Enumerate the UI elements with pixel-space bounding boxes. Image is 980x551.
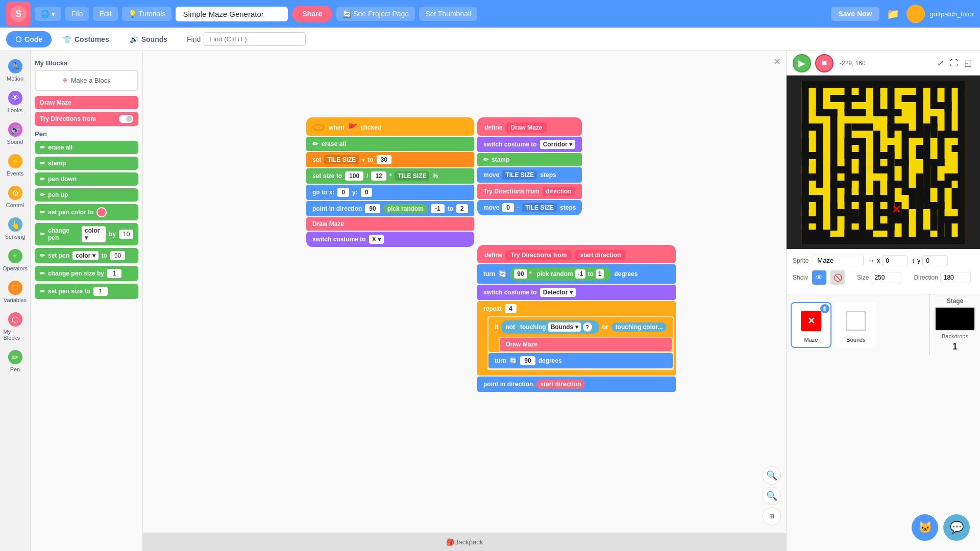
tab-sounds[interactable]: 🔊 Sounds [120, 31, 177, 47]
tutorials-button[interactable]: 💡 Tutorials [122, 7, 172, 21]
set-tile-size-block[interactable]: set TILE SIZE ▾ to 30 [306, 152, 474, 167]
costume-dropdown-x[interactable]: X ▾ [369, 235, 384, 244]
tab-code[interactable]: ⬡ Code [6, 31, 52, 47]
toggle-switch[interactable] [119, 115, 133, 123]
turn-90-value[interactable]: 90 [520, 356, 535, 365]
set-pen-color-block[interactable]: ✏ set pen color to [35, 204, 138, 220]
switch-costume-corridor-block[interactable]: switch costume to Corridor ▾ [477, 137, 582, 152]
set-pen-color-dropdown[interactable]: color ▾ [72, 251, 99, 260]
show-eye-button[interactable]: 👁 [812, 270, 826, 285]
corridor-dropdown[interactable]: Corridor ▾ [540, 140, 575, 149]
detector-dropdown[interactable]: Detector ▾ [540, 288, 576, 297]
make-a-block-button[interactable]: + Make a Block [35, 70, 138, 91]
sidebar-item-variables[interactable]: □ Variables [2, 277, 29, 307]
direction-input[interactable] [940, 272, 971, 283]
draw-maze-call-block[interactable]: Draw Maze [306, 217, 474, 231]
stop-button[interactable]: ■ [815, 54, 834, 72]
size-val-12[interactable]: 12 [371, 171, 386, 181]
green-flag-button[interactable]: ▶ [793, 54, 811, 72]
size-input[interactable] [871, 272, 901, 283]
move-tile-size-block[interactable]: move TILE SIZE steps [477, 167, 582, 183]
file-menu-button[interactable]: File [65, 7, 89, 21]
switch-costume-detector-block[interactable]: switch costume to Detector ▾ [477, 285, 676, 300]
go-x-value[interactable]: 0 [337, 188, 349, 197]
sidebar-item-sensing[interactable]: 👆 Sensing [2, 213, 29, 244]
change-pen-size-value[interactable]: 1 [107, 269, 121, 278]
sprite-thumb-maze[interactable]: 🗑 ✕ Maze [791, 302, 831, 348]
point-in-direction-block[interactable]: point in direction 90 pick random -1 to … [306, 201, 474, 216]
fullscreen-button[interactable]: ⛶ [948, 56, 960, 70]
size-val-100[interactable]: 100 [345, 171, 363, 181]
set-pen-color-val-block[interactable]: ✏ set pen color ▾ to 50 [35, 248, 138, 263]
find-input[interactable] [204, 32, 306, 46]
folder-icon[interactable]: 📁 [885, 6, 901, 22]
draw-maze-if-block[interactable]: Draw Maze [500, 338, 672, 351]
change-pen-color-value[interactable]: 10 [119, 230, 133, 239]
sidebar-item-pen[interactable]: ✏ Pen [2, 346, 29, 377]
zoom-out-button[interactable]: 🔍 [763, 487, 781, 505]
tile-size-dropdown[interactable]: ▾ [362, 157, 364, 163]
stage-small-button[interactable]: ◱ [962, 56, 974, 70]
sidebar-item-operators[interactable]: + Operators [2, 245, 29, 276]
if-block[interactable]: if not touching Bounds ▾ ? or touching c… [488, 317, 673, 352]
direction-value[interactable]: 90 [365, 204, 380, 213]
turn-90-block[interactable]: turn 🔄 90 degrees [488, 353, 673, 368]
stage-selector[interactable]: Stage Backdrops 1 [929, 294, 980, 355]
define-try-directions-block[interactable]: define Try Directions from start directi… [477, 245, 676, 263]
erase-all-block[interactable]: ✏ erase all [35, 141, 138, 154]
sidebar-item-looks[interactable]: 👁 Looks [2, 87, 29, 117]
share-button[interactable]: Share [292, 6, 332, 22]
pick-random-2[interactable]: pick random -1 to 1 [533, 268, 607, 280]
change-pen-color-block[interactable]: ✏ change pen color ▾ by 10 [35, 223, 138, 245]
cat-extension-button[interactable]: 🐱 [912, 514, 938, 541]
pen-color-dropdown[interactable]: color ▾ [82, 226, 106, 242]
pick-random-block[interactable]: pick random [383, 204, 428, 213]
tab-costumes[interactable]: 👕 Costumes [54, 31, 118, 47]
set-pen-color-value[interactable]: 50 [110, 251, 125, 260]
sprite-name-input[interactable] [813, 255, 864, 266]
globe-button[interactable]: 🌐 ▾ [35, 7, 61, 21]
set-pen-size-value[interactable]: 1 [93, 287, 108, 296]
not-touching-block[interactable]: not touching Bounds ▾ ? [501, 320, 599, 334]
try-directions-call-block[interactable]: Try Directions from direction [477, 184, 582, 199]
sidebar-item-control[interactable]: ⚙ Control [2, 182, 29, 212]
go-y-value[interactable]: 0 [361, 188, 373, 197]
zoom-in-button[interactable]: 🔍 [763, 466, 781, 485]
set-thumbnail-button[interactable]: Set Thumbnail [419, 7, 477, 21]
touching-color-block[interactable]: touching color... [611, 322, 667, 332]
tile-size-value[interactable]: 30 [377, 155, 391, 164]
sidebar-item-motion[interactable]: 🏃 Motion [2, 55, 29, 86]
hide-eye-button[interactable]: 🚫 [830, 270, 845, 285]
change-pen-size-block[interactable]: ✏ change pen size by 1 [35, 266, 138, 281]
random-max[interactable]: 2 [456, 204, 468, 213]
expand-stage-button[interactable]: ⤢ [935, 56, 946, 70]
rand-min-2[interactable]: -1 [575, 269, 586, 279]
rand-max-2[interactable]: 1 [596, 269, 604, 279]
when-flag-clicked-block[interactable]: when 🚩 clicked [306, 117, 474, 136]
switch-costume-x-block[interactable]: switch costume to X ▾ [306, 232, 474, 247]
stamp-block[interactable]: ✏ stamp [35, 157, 138, 170]
move-neg-tile-size-block[interactable]: move 0 - TILE SIZE steps [477, 200, 582, 215]
pen-down-block[interactable]: ✏ pen down [35, 172, 138, 186]
turn-degrees-block[interactable]: turn 🔄 90 * pick random -1 to 1 degrees [477, 264, 676, 284]
zoom-fit-button[interactable]: ⊞ [763, 507, 781, 525]
x-coord-input[interactable] [882, 255, 908, 266]
point-in-start-direction-block[interactable]: point in direction start direction [477, 377, 676, 392]
repeat-value[interactable]: 4 [505, 304, 517, 313]
set-pen-size-block[interactable]: ✏ set pen size to 1 [35, 284, 138, 299]
y-coord-input[interactable] [922, 255, 948, 266]
repeat-block[interactable]: repeat 4 if not touching Bounds ▾ ? [477, 301, 676, 375]
touching-bounds-block[interactable]: touching Bounds ▾ ? [517, 321, 595, 333]
turn-90[interactable]: 90 [514, 269, 527, 279]
sprite-thumb-bounds[interactable]: Bounds [836, 302, 876, 348]
set-size-block[interactable]: set size to 100 / 12 * TILE SIZE % [306, 168, 474, 184]
sidebar-item-sound[interactable]: 🔊 Sound [2, 118, 29, 149]
pen-up-block[interactable]: ✏ pen up [35, 188, 138, 202]
stamp-block-2[interactable]: ✏ stamp [477, 153, 582, 166]
go-to-xy-block[interactable]: go to x: 0 y: 0 [306, 185, 474, 200]
edit-menu-button[interactable]: Edit [93, 7, 117, 21]
move-zero[interactable]: 0 [502, 203, 514, 212]
close-script-button[interactable]: ✕ [773, 56, 781, 67]
project-name-input[interactable] [176, 7, 288, 21]
sidebar-item-myblocks[interactable]: ⬡ My Blocks [2, 308, 29, 345]
